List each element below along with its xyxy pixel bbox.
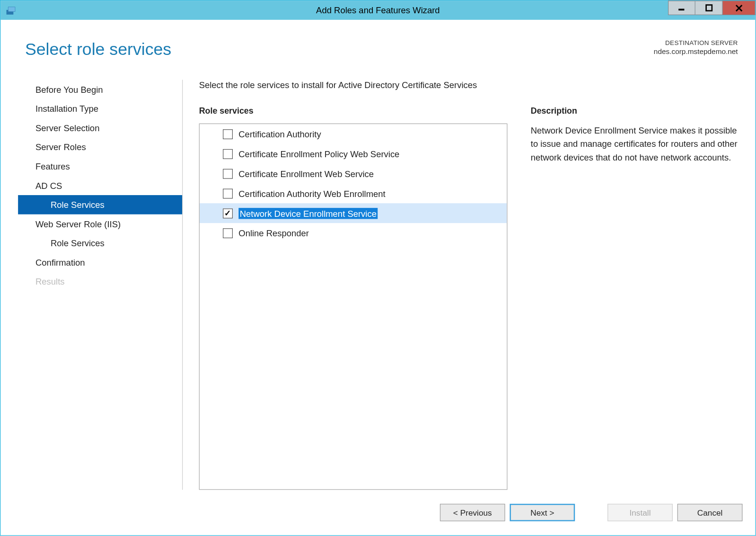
wizard-step[interactable]: Installation Type bbox=[18, 99, 182, 118]
svg-rect-1 bbox=[8, 7, 15, 11]
role-service-label: Certificate Enrollment Web Service bbox=[238, 169, 374, 179]
role-service-item[interactable]: Certificate Enrollment Policy Web Servic… bbox=[200, 144, 507, 164]
minimize-button[interactable] bbox=[668, 0, 695, 15]
wizard-step[interactable]: Web Server Role (IIS) bbox=[18, 214, 182, 234]
svg-rect-2 bbox=[678, 9, 684, 10]
wizard-step[interactable]: Server Selection bbox=[18, 118, 182, 138]
checkbox[interactable] bbox=[223, 188, 233, 198]
wizard-step[interactable]: Role Services bbox=[18, 195, 182, 214]
checkbox[interactable] bbox=[223, 149, 233, 159]
wizard-step[interactable]: AD CS bbox=[18, 176, 182, 195]
description-text: Network Device Enrollment Service makes … bbox=[531, 124, 738, 164]
role-service-item[interactable]: Certificate Enrollment Web Service bbox=[200, 164, 507, 184]
destination-value: ndes.corp.mstepdemo.net bbox=[654, 47, 738, 58]
role-service-label: Online Responder bbox=[238, 228, 309, 238]
checkbox[interactable] bbox=[223, 208, 233, 218]
next-button[interactable]: Next > bbox=[510, 504, 575, 521]
checkbox[interactable] bbox=[223, 228, 233, 238]
role-services-list[interactable]: Certification AuthorityCertificate Enrol… bbox=[199, 124, 508, 490]
description-heading: Description bbox=[531, 106, 738, 116]
page-title: Select role services bbox=[25, 40, 171, 59]
maximize-button[interactable] bbox=[695, 0, 723, 15]
checkbox[interactable] bbox=[223, 169, 233, 179]
titlebar[interactable]: Add Roles and Features Wizard bbox=[0, 0, 755, 20]
role-service-label: Certification Authority Web Enrollment bbox=[238, 188, 385, 198]
role-service-item[interactable]: Certification Authority bbox=[200, 124, 507, 144]
window-controls bbox=[668, 0, 756, 20]
close-button[interactable] bbox=[723, 0, 756, 15]
wizard-step[interactable]: Confirmation bbox=[18, 253, 182, 272]
wizard-step: Results bbox=[18, 272, 182, 291]
cancel-button[interactable]: Cancel bbox=[677, 504, 743, 521]
role-services-heading: Role services bbox=[199, 106, 508, 116]
role-service-item[interactable]: Certification Authority Web Enrollment bbox=[200, 183, 507, 203]
instruction-text: Select the role services to install for … bbox=[199, 80, 738, 90]
svg-rect-3 bbox=[706, 5, 712, 10]
wizard-step[interactable]: Role Services bbox=[18, 233, 182, 253]
wizard-step[interactable]: Features bbox=[18, 157, 182, 176]
destination-server: DESTINATION SERVER ndes.corp.mstepdemo.n… bbox=[654, 38, 738, 57]
checkbox[interactable] bbox=[223, 129, 233, 139]
wizard-step[interactable]: Before You Begin bbox=[18, 80, 182, 99]
window-title: Add Roles and Features Wizard bbox=[0, 5, 755, 15]
install-button: Install bbox=[607, 504, 673, 521]
destination-label: DESTINATION SERVER bbox=[654, 38, 738, 47]
role-service-item[interactable]: Online Responder bbox=[200, 223, 507, 243]
wizard-step[interactable]: Server Roles bbox=[18, 137, 182, 157]
role-service-item[interactable]: Network Device Enrollment Service bbox=[200, 203, 507, 223]
server-manager-icon bbox=[5, 4, 17, 16]
previous-button[interactable]: < Previous bbox=[440, 504, 505, 521]
role-service-label: Network Device Enrollment Service bbox=[238, 207, 378, 218]
wizard-steps: Before You BeginInstallation TypeServer … bbox=[18, 80, 183, 490]
wizard-footer: < Previous Next > Install Cancel bbox=[0, 490, 755, 535]
role-service-label: Certificate Enrollment Policy Web Servic… bbox=[238, 149, 399, 159]
role-service-label: Certification Authority bbox=[238, 129, 321, 139]
